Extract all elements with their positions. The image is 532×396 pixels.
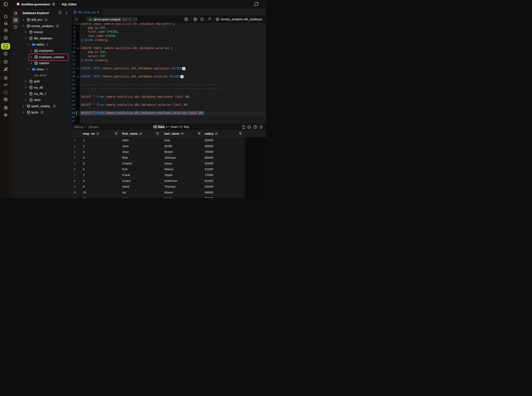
svg-text:CSV: CSV xyxy=(242,128,245,129)
svg-text:SQL: SQL xyxy=(4,46,7,47)
svg-text:P: P xyxy=(202,18,203,20)
svg-text:SQL: SQL xyxy=(180,126,182,128)
